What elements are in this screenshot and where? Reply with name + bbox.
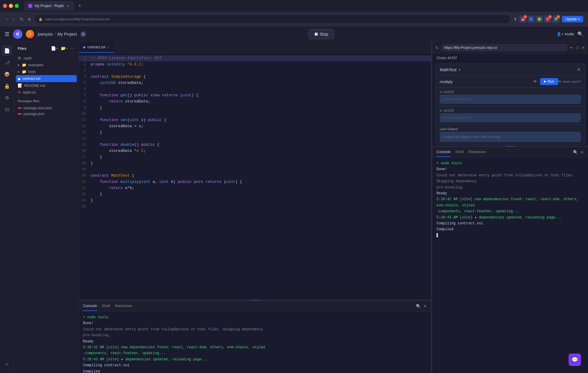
- close-traffic-light[interactable]: [3, 4, 7, 8]
- invite-label: Invite: [565, 32, 574, 36]
- console-line-2: Done!: [83, 320, 427, 326]
- access-text: read • pure: [563, 80, 579, 83]
- right-console-clear-button[interactable]: ✕: [580, 150, 584, 155]
- webview-bar: ↻ ✏ ⬡ ✕: [432, 42, 588, 54]
- webview-refresh-button[interactable]: ↻: [435, 45, 439, 50]
- console-tabs: Console Shell Markdown 🔍 ✕: [79, 301, 431, 311]
- right-markdown-tab[interactable]: Markdown: [469, 147, 486, 157]
- sidebar-check-button[interactable]: ✓: [2, 359, 12, 369]
- hamburger-button[interactable]: ☰: [5, 31, 9, 37]
- stop-button[interactable]: Stop: [309, 29, 334, 39]
- right-console-line-3: Could not determine entry point from rol…: [437, 173, 584, 185]
- packager-item-label: package.json: [24, 112, 44, 116]
- new-file-button[interactable]: 📄+: [50, 45, 59, 51]
- breadcrumb-project[interactable]: My Project: [57, 32, 77, 37]
- sidebar-database-button[interactable]: 🗃: [2, 104, 12, 115]
- sidebar-lock-button[interactable]: 🔒: [2, 81, 12, 91]
- webview-close-button[interactable]: ✕: [582, 45, 585, 50]
- sidebar-files-button[interactable]: 📄: [2, 45, 12, 56]
- param-b-input[interactable]: [440, 113, 581, 122]
- tree-item-examples[interactable]: ▶ 📁 examples: [14, 62, 79, 68]
- console-clear-button[interactable]: ✕: [423, 304, 427, 309]
- tree-item-tools[interactable]: ▶ 📁 tools: [14, 68, 79, 75]
- right-console-tab[interactable]: Console: [437, 147, 451, 157]
- alert-icon[interactable]: 🔴4: [544, 16, 551, 23]
- webview-url-input[interactable]: [441, 44, 567, 52]
- packager-item-label: package-lock.json: [24, 106, 52, 110]
- run-label: Run: [548, 79, 554, 84]
- eye-button[interactable]: 👁: [533, 79, 537, 84]
- output-section: Last Output Output will appear here afte…: [436, 125, 585, 144]
- tree-item-menu-icon[interactable]: ⋯: [71, 76, 75, 81]
- tab-close-icon[interactable]: ✕: [107, 45, 110, 49]
- console-tab-markdown[interactable]: Markdown: [115, 301, 133, 311]
- right-shell-tab[interactable]: Shell: [455, 147, 464, 157]
- url-bar[interactable]: 🔒 replit.com/@joenyzio/My-Project#contra…: [34, 14, 511, 24]
- sidebar-settings-button[interactable]: ⚙: [2, 92, 12, 103]
- run-button[interactable]: Run: [540, 78, 558, 85]
- code-line-17: 17 }: [79, 154, 431, 160]
- tree-item-replit[interactable]: ⚙ .replit: [14, 55, 79, 62]
- code-line-2: 2 pragma solidity ^0.8.2;: [79, 62, 431, 68]
- user-avatar[interactable]: J: [26, 30, 34, 38]
- code-editor[interactable]: 1 // SPDX-License-Identifier: MIT 2 prag…: [79, 53, 431, 299]
- bottom-right-console: Console Shell Markdown 🔍 ✕ > node tools …: [432, 146, 588, 373]
- bookmark-button[interactable]: ⊕: [28, 17, 31, 21]
- new-folder-button[interactable]: 📁+: [60, 45, 69, 51]
- invite-button[interactable]: 👤+ Invite: [557, 32, 574, 36]
- console-tab-actions: 🔍 ✕: [416, 304, 427, 309]
- packager-item-lock[interactable]: package-lock.json: [18, 105, 75, 111]
- code-line-18: 18 }: [79, 160, 431, 167]
- tab-close-btn[interactable]: ✕: [66, 4, 70, 8]
- editor-tab-contract[interactable]: ◆ contract.sol ✕: [79, 42, 114, 53]
- contract-close-button[interactable]: ✕: [577, 67, 581, 72]
- console-search-button[interactable]: 🔍: [416, 304, 421, 309]
- extension-icon[interactable]: 🧩3: [552, 16, 559, 23]
- code-line-1: 1 // SPDX-License-Identifier: MIT: [79, 55, 431, 62]
- chain-icon[interactable]: 🟢: [536, 16, 543, 23]
- code-line-23: 23 }: [79, 191, 431, 198]
- stop-label: Stop: [319, 32, 328, 37]
- code-line-24: 24 }: [79, 198, 431, 204]
- replit-logo[interactable]: R: [13, 29, 22, 39]
- new-tab-button[interactable]: +: [76, 3, 83, 9]
- console-tab-shell[interactable]: Shell: [102, 301, 110, 311]
- right-panel-inner: ↻ ✏ ⬡ ✕ Chain 44787 MathTest ▾ ✕: [432, 42, 588, 373]
- console-tab-console[interactable]: Console: [83, 301, 97, 311]
- forward-button[interactable]: ›: [11, 15, 15, 23]
- webview-edit-button[interactable]: ✏: [570, 45, 573, 50]
- maximize-traffic-light[interactable]: [15, 4, 19, 8]
- help-button[interactable]: ?: [579, 79, 581, 84]
- file-tree-menu-button[interactable]: ⋯: [70, 45, 75, 51]
- refresh-button[interactable]: ↻: [19, 15, 25, 23]
- editor-tabs: ◆ contract.sol ✕: [79, 42, 431, 53]
- back-button[interactable]: ‹: [5, 15, 9, 23]
- sidebar-git-button[interactable]: ⎇: [2, 57, 12, 68]
- chevron-right-icon: ▶: [18, 63, 20, 67]
- tree-item-replit-nix[interactable]: ❄ replit.nix: [14, 89, 79, 96]
- breadcrumb-username[interactable]: joenyzio: [38, 32, 53, 37]
- extension-icons: 🦊2 🔵 🟢 🔴4 🧩3: [519, 16, 559, 23]
- packager-item-json[interactable]: package.json: [18, 111, 75, 117]
- search-button[interactable]: 🔍: [577, 31, 583, 37]
- active-tab[interactable]: R My Project - Replit ✕: [24, 1, 74, 11]
- console-line-8: 5:28:43 AM [vite] ✚ dependencies updated…: [83, 357, 427, 362]
- contract-header: MathTest ▾ ✕: [436, 64, 585, 76]
- wallet-icon[interactable]: 🔵: [528, 16, 535, 23]
- download-icon[interactable]: ⬇: [514, 17, 517, 21]
- metamask-icon[interactable]: 🦊2: [519, 16, 527, 23]
- tree-item-contract[interactable]: ◆ contract.sol ⋯: [16, 75, 77, 82]
- webview-open-external-button[interactable]: ⬡: [576, 45, 579, 50]
- traffic-lights: [3, 4, 19, 8]
- url-text: replit.com/@joenyzio/My-Project#contract…: [45, 17, 110, 21]
- minimize-traffic-light[interactable]: [9, 4, 13, 8]
- param-a-input[interactable]: [440, 95, 581, 104]
- tree-item-readme[interactable]: 📝 README.md: [14, 82, 79, 89]
- contract-panel: MathTest ▾ ✕ multiply 👁 Run: [435, 64, 585, 145]
- update-button[interactable]: Update ≡: [562, 16, 583, 22]
- invite-user-icon: 👤+: [557, 32, 564, 36]
- sidebar-packages-button[interactable]: 📦: [2, 69, 12, 79]
- chat-button[interactable]: 💬: [569, 354, 581, 366]
- right-console-search-button[interactable]: 🔍: [573, 150, 578, 155]
- file-tree-title: Files: [18, 46, 26, 51]
